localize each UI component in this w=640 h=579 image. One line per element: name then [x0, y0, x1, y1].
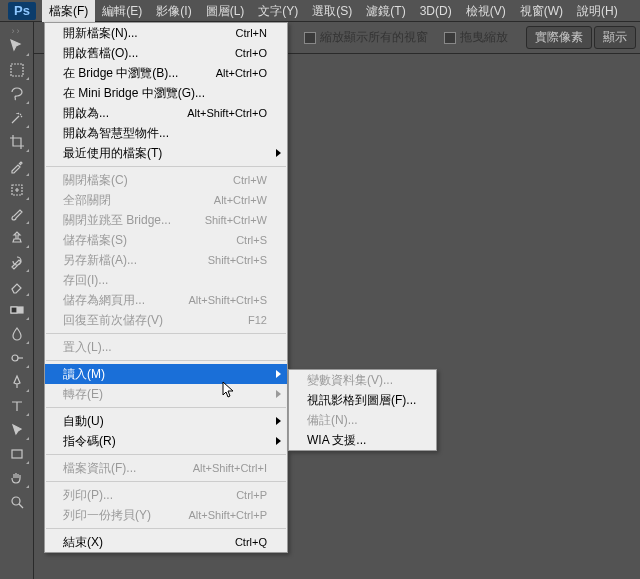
menu-item-shortcut: Alt+Shift+Ctrl+P: [188, 509, 267, 521]
menu-item-label: 存回(I)...: [63, 272, 267, 289]
crop-tool[interactable]: [4, 131, 30, 153]
menu-7[interactable]: 3D(D): [413, 0, 459, 22]
blur-tool[interactable]: [4, 323, 30, 345]
menu-10[interactable]: 說明(H): [570, 0, 625, 22]
checkbox-icon[interactable]: [444, 32, 456, 44]
menu-item-label: 視訊影格到圖層(F)...: [307, 392, 416, 409]
eyedropper-tool[interactable]: [4, 155, 30, 177]
hand-tool[interactable]: [4, 467, 30, 489]
menu-2[interactable]: 影像(I): [149, 0, 198, 22]
menu-item-label: 檔案資訊(F)...: [63, 460, 193, 477]
menu-0[interactable]: 檔案(F): [42, 0, 95, 22]
file-menu-item-22[interactable]: 自動(U): [45, 411, 287, 431]
menu-item-label: 備註(N)...: [307, 412, 416, 429]
menu-item-label: WIA 支援...: [307, 432, 416, 449]
menu-item-shortcut: Ctrl+N: [236, 27, 267, 39]
file-menu-item-19[interactable]: 讀入(M): [45, 364, 287, 384]
file-menu-sep: [46, 360, 286, 361]
menu-6[interactable]: 濾鏡(T): [359, 0, 412, 22]
file-menu-item-17: 置入(L)...: [45, 337, 287, 357]
menu-item-shortcut: Alt+Shift+Ctrl+S: [188, 294, 267, 306]
import-menu-item-2: 備註(N)...: [289, 410, 436, 430]
eraser-tool[interactable]: [4, 275, 30, 297]
file-menu-item-23[interactable]: 指令碼(R): [45, 431, 287, 451]
menu-9[interactable]: 視窗(W): [513, 0, 570, 22]
marquee-tool[interactable]: [4, 59, 30, 81]
menu-item-label: 全部關閉: [63, 192, 214, 209]
file-menu-item-13: 存回(I)...: [45, 270, 287, 290]
menu-item-shortcut: Ctrl+P: [236, 489, 267, 501]
menu-item-label: 在 Mini Bridge 中瀏覽(G)...: [63, 85, 267, 102]
magic-wand-tool[interactable]: [4, 107, 30, 129]
checkbox-icon[interactable]: [304, 32, 316, 44]
file-menu-item-20: 轉存(E): [45, 384, 287, 404]
svg-point-4: [12, 355, 18, 361]
menu-item-label: 儲存為網頁用...: [63, 292, 188, 309]
import-submenu-dropdown: 變數資料集(V)...視訊影格到圖層(F)...備註(N)...WIA 支援..…: [288, 369, 437, 451]
file-menu-item-4[interactable]: 開啟為...Alt+Shift+Ctrl+O: [45, 103, 287, 123]
lasso-tool[interactable]: [4, 83, 30, 105]
menu-1[interactable]: 編輯(E): [95, 0, 149, 22]
panel-handle[interactable]: ››: [2, 26, 32, 34]
move-tool[interactable]: [4, 35, 30, 57]
menu-item-label: 變數資料集(V)...: [307, 372, 416, 389]
zoom-tool[interactable]: [4, 491, 30, 513]
menu-item-label: 指令碼(R): [63, 433, 267, 450]
menu-4[interactable]: 文字(Y): [251, 0, 305, 22]
history-brush-tool[interactable]: [4, 251, 30, 273]
file-menu-item-0[interactable]: 開新檔案(N)...Ctrl+N: [45, 23, 287, 43]
menu-item-label: 列印(P)...: [63, 487, 236, 504]
file-menu-item-1[interactable]: 開啟舊檔(O)...Ctrl+O: [45, 43, 287, 63]
menu-item-label: 置入(L)...: [63, 339, 267, 356]
menu-8[interactable]: 檢視(V): [459, 0, 513, 22]
file-menu-sep: [46, 407, 286, 408]
brush-tool[interactable]: [4, 203, 30, 225]
svg-rect-3: [11, 307, 17, 313]
file-menu-item-2[interactable]: 在 Bridge 中瀏覽(B)...Alt+Ctrl+O: [45, 63, 287, 83]
file-menu-item-12: 另存新檔(A)...Shift+Ctrl+S: [45, 250, 287, 270]
svg-rect-0: [11, 64, 23, 76]
import-menu-item-3[interactable]: WIA 支援...: [289, 430, 436, 450]
menu-item-label: 開新檔案(N)...: [63, 25, 236, 42]
file-menu-item-3[interactable]: 在 Mini Bridge 中瀏覽(G)...: [45, 83, 287, 103]
file-menu-item-27: 列印(P)...Ctrl+P: [45, 485, 287, 505]
file-menu-item-30[interactable]: 結束(X)Ctrl+Q: [45, 532, 287, 552]
menu-3[interactable]: 圖層(L): [199, 0, 252, 22]
fit-screen-button[interactable]: 顯示: [594, 26, 636, 49]
app-logo: Ps: [8, 2, 36, 20]
file-menu-item-9: 全部關閉Alt+Ctrl+W: [45, 190, 287, 210]
menu-item-label: 列印一份拷貝(Y): [63, 507, 188, 524]
menu-item-label: 開啟舊檔(O)...: [63, 45, 235, 62]
healing-brush-tool[interactable]: [4, 179, 30, 201]
submenu-arrow-icon: [276, 417, 281, 425]
menu-item-label: 另存新檔(A)...: [63, 252, 208, 269]
actual-pixels-button[interactable]: 實際像素: [526, 26, 592, 49]
opt-scrubby-zoom[interactable]: 拖曳縮放: [444, 29, 508, 46]
import-menu-item-0: 變數資料集(V)...: [289, 370, 436, 390]
file-menu-item-10: 關閉並跳至 Bridge...Shift+Ctrl+W: [45, 210, 287, 230]
menu-item-label: 關閉並跳至 Bridge...: [63, 212, 205, 229]
rectangle-tool[interactable]: [4, 443, 30, 465]
gradient-tool[interactable]: [4, 299, 30, 321]
path-selection-tool[interactable]: [4, 419, 30, 441]
file-menu-item-5[interactable]: 開啟為智慧型物件...: [45, 123, 287, 143]
menu-item-label: 儲存檔案(S): [63, 232, 236, 249]
menubar: Ps 檔案(F)編輯(E)影像(I)圖層(L)文字(Y)選取(S)濾鏡(T)3D…: [0, 0, 640, 22]
type-tool[interactable]: [4, 395, 30, 417]
dodge-tool[interactable]: [4, 347, 30, 369]
menu-item-shortcut: Alt+Ctrl+W: [214, 194, 267, 206]
menu-5[interactable]: 選取(S): [305, 0, 359, 22]
menu-item-shortcut: Ctrl+S: [236, 234, 267, 246]
pen-tool[interactable]: [4, 371, 30, 393]
submenu-arrow-icon: [276, 390, 281, 398]
menu-item-label: 結束(X): [63, 534, 235, 551]
submenu-arrow-icon: [276, 149, 281, 157]
clone-stamp-tool[interactable]: [4, 227, 30, 249]
menu-item-shortcut: Alt+Ctrl+O: [216, 67, 267, 79]
file-menu-item-6[interactable]: 最近使用的檔案(T): [45, 143, 287, 163]
menu-item-label: 自動(U): [63, 413, 267, 430]
import-menu-item-1[interactable]: 視訊影格到圖層(F)...: [289, 390, 436, 410]
opt-zoom-all-windows[interactable]: 縮放顯示所有的視窗: [304, 29, 428, 46]
toolbox: ››: [0, 22, 34, 579]
menu-item-shortcut: F12: [248, 314, 267, 326]
